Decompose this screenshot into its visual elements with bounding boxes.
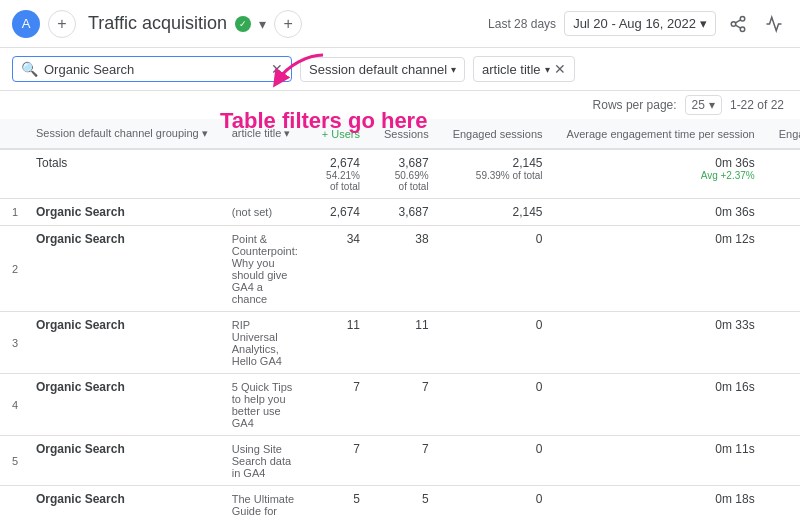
row-article-cell: 5 Quick Tips to help you better use GA4 — [220, 374, 310, 436]
row-users-cell: 5 — [310, 486, 372, 519]
row-engaged-cell: 0 — [441, 312, 555, 374]
col-engaged-sessions[interactable]: Engaged sessions — [441, 119, 555, 149]
row-channel-cell: Organic Search — [24, 436, 220, 486]
channel-name: Organic Search — [36, 380, 208, 394]
svg-point-1 — [731, 21, 736, 26]
row-users-cell: 34 — [310, 226, 372, 312]
totals-sessions-cell: 3,687 50.69% of total — [372, 149, 441, 199]
col-sessions[interactable]: Sessions — [372, 119, 441, 149]
col-num — [0, 119, 24, 149]
channel-name: Organic Search — [36, 205, 208, 219]
table-row: 1 Organic Search (not set) 2,674 3,687 2… — [0, 199, 800, 226]
row-avg-time-cell: 0m 33s — [555, 312, 767, 374]
row-sessions-cell: 7 — [372, 374, 441, 436]
search-clear-icon[interactable]: ✕ — [271, 61, 283, 77]
row-engaged-cell: 0 — [441, 436, 555, 486]
svg-line-3 — [735, 25, 740, 28]
row-eng-s-cell — [767, 486, 800, 519]
row-eng-s-cell — [767, 226, 800, 312]
search-box[interactable]: 🔍 ✕ — [12, 56, 292, 82]
row-engaged-cell: 0 — [441, 374, 555, 436]
channel-name: Organic Search — [36, 232, 208, 246]
article-filter-dropdown[interactable]: article title ▾ ✕ — [473, 56, 575, 82]
table-header-row: Session default channel grouping ▾ artic… — [0, 119, 800, 149]
row-users-cell: 11 — [310, 312, 372, 374]
row-article-cell: Using Site Search data in GA4 — [220, 436, 310, 486]
row-num-cell: 6 — [0, 486, 24, 519]
row-avg-time-cell: 0m 36s — [555, 199, 767, 226]
col-avg-time[interactable]: Average engagement time per session — [555, 119, 767, 149]
filter-bar: 🔍 ✕ Session default channel ▾ article ti… — [0, 48, 800, 91]
col-users[interactable]: + Users — [310, 119, 372, 149]
row-channel-cell: Organic Search — [24, 199, 220, 226]
row-num-cell: 4 — [0, 374, 24, 436]
row-eng-s-cell — [767, 374, 800, 436]
col-engaged-s[interactable]: Engaged s... — [767, 119, 800, 149]
article-title: 5 Quick Tips to help you better use GA4 — [232, 381, 298, 429]
channel-filter-dropdown[interactable]: Session default channel ▾ — [300, 57, 465, 82]
row-engaged-cell: 0 — [441, 486, 555, 519]
chart-button[interactable] — [760, 10, 788, 38]
totals-article-cell — [220, 149, 310, 199]
status-indicator — [235, 16, 251, 32]
table-row: 6 Organic Search The Ultimate Guide for … — [0, 486, 800, 519]
article-filter-close-icon[interactable]: ✕ — [554, 61, 566, 77]
col-article[interactable]: article title ▾ — [220, 119, 310, 149]
row-article-cell: (not set) — [220, 199, 310, 226]
title-chevron-icon[interactable]: ▾ — [259, 16, 266, 32]
row-avg-time-cell: 0m 18s — [555, 486, 767, 519]
date-chevron-icon: ▾ — [700, 16, 707, 31]
svg-point-0 — [740, 16, 745, 21]
rows-bar: Rows per page: 25 ▾ 1-22 of 22 — [0, 91, 800, 119]
totals-engaged-cell: 2,145 59.39% of total — [441, 149, 555, 199]
row-num-cell: 3 — [0, 312, 24, 374]
col-channel[interactable]: Session default channel grouping ▾ — [24, 119, 220, 149]
totals-label-cell: Totals — [24, 149, 220, 199]
row-channel-cell: Organic Search — [24, 226, 220, 312]
article-title: Point & Counterpoint: Why you should giv… — [232, 233, 298, 305]
row-eng-s-cell — [767, 436, 800, 486]
app-header: A + Traffic acquisition ▾ + Last 28 days… — [0, 0, 800, 48]
totals-eng-s-cell — [767, 149, 800, 199]
svg-point-2 — [740, 27, 745, 32]
share-button[interactable] — [724, 10, 752, 38]
row-avg-time-cell: 0m 12s — [555, 226, 767, 312]
row-sessions-cell: 11 — [372, 312, 441, 374]
search-icon: 🔍 — [21, 61, 38, 77]
channel-filter-label: Session default channel ▾ — [309, 62, 456, 77]
article-chevron-icon: ▾ — [545, 64, 550, 75]
row-sessions-cell: 5 — [372, 486, 441, 519]
row-num-cell: 5 — [0, 436, 24, 486]
row-channel-cell: Organic Search — [24, 374, 220, 436]
date-range-picker[interactable]: Jul 20 - Aug 16, 2022 ▾ — [564, 11, 716, 36]
data-table-container[interactable]: Session default channel grouping ▾ artic… — [0, 119, 800, 518]
table-row: 2 Organic Search Point & Counterpoint: W… — [0, 226, 800, 312]
article-title: The Ultimate Guide for setting up a Goog… — [232, 493, 298, 518]
add-tab-button[interactable]: + — [48, 10, 76, 38]
row-sessions-cell: 3,687 — [372, 199, 441, 226]
article-title: (not set) — [232, 206, 298, 218]
rows-per-page-select[interactable]: 25 ▾ — [685, 95, 722, 115]
row-avg-time-cell: 0m 11s — [555, 436, 767, 486]
table-row: 3 Organic Search RIP Universal Analytics… — [0, 312, 800, 374]
channel-name: Organic Search — [36, 492, 208, 506]
channel-name: Organic Search — [36, 318, 208, 332]
data-table: Session default channel grouping ▾ artic… — [0, 119, 800, 518]
article-filter-label: article title — [482, 62, 541, 77]
row-users-cell: 7 — [310, 374, 372, 436]
row-sessions-cell: 7 — [372, 436, 441, 486]
row-users-cell: 2,674 — [310, 199, 372, 226]
rows-value: 25 — [692, 98, 705, 112]
row-users-cell: 7 — [310, 436, 372, 486]
add-report-button[interactable]: + — [274, 10, 302, 38]
date-range-text: Jul 20 - Aug 16, 2022 — [573, 16, 696, 31]
search-input[interactable] — [44, 62, 265, 77]
main-content: Rows per page: 25 ▾ 1-22 of 22 Session d… — [0, 91, 800, 518]
row-article-cell: RIP Universal Analytics, Hello GA4 — [220, 312, 310, 374]
table-row: 5 Organic Search Using Site Search data … — [0, 436, 800, 486]
article-title: RIP Universal Analytics, Hello GA4 — [232, 319, 298, 367]
row-avg-time-cell: 0m 16s — [555, 374, 767, 436]
row-article-cell: Point & Counterpoint: Why you should giv… — [220, 226, 310, 312]
row-engaged-cell: 2,145 — [441, 199, 555, 226]
row-sessions-cell: 38 — [372, 226, 441, 312]
